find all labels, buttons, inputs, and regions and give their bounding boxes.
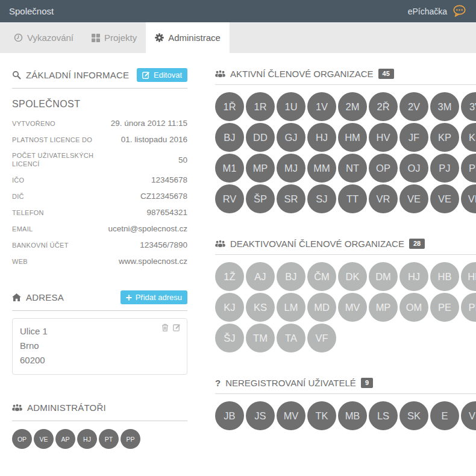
member-avatar[interactable]: MV	[277, 401, 305, 430]
member-avatar[interactable]: KS	[246, 293, 275, 322]
address-title: ADRESA	[26, 292, 64, 302]
member-avatar[interactable]: 2M	[338, 92, 367, 121]
avatar-row: M1MPMJMMNTOPOJPJPK	[215, 154, 476, 183]
member-avatar[interactable]: DK	[338, 262, 367, 291]
administrators-title-wrap: ADMINISTRÁTOŘI	[12, 402, 106, 413]
member-avatar[interactable]: 1V	[307, 92, 336, 121]
member-avatar[interactable]: 1Ř	[215, 92, 244, 121]
admin-avatar[interactable]: PT	[99, 429, 119, 449]
member-avatar[interactable]: DM	[369, 262, 398, 291]
member-avatar[interactable]: JB	[215, 401, 244, 430]
member-avatar[interactable]: VB	[461, 401, 476, 430]
member-avatar[interactable]: MM	[307, 154, 336, 183]
member-avatar[interactable]: ŠP	[246, 184, 275, 213]
member-avatar[interactable]: 2Ř	[369, 92, 398, 121]
member-avatar[interactable]: HJ	[399, 262, 428, 291]
member-avatar[interactable]: LS	[369, 401, 398, 430]
member-avatar[interactable]: 3V	[461, 92, 476, 121]
gear-icon	[155, 33, 164, 42]
delete-address-icon[interactable]	[161, 324, 169, 331]
member-avatar[interactable]: PR	[461, 293, 476, 322]
member-avatar[interactable]: JS	[246, 401, 275, 430]
member-avatar[interactable]: GJ	[277, 123, 305, 152]
member-avatar[interactable]: VF	[307, 324, 336, 352]
member-avatar[interactable]: KS	[461, 123, 476, 152]
member-avatar[interactable]: LM	[277, 293, 305, 322]
count-badge: 9	[361, 378, 373, 388]
member-avatar[interactable]: HM	[338, 123, 367, 152]
member-avatar[interactable]: PJ	[430, 154, 459, 183]
tab-bar: VykazováníProjektyAdministrace	[0, 22, 476, 53]
member-avatar[interactable]: HB	[430, 262, 459, 291]
member-avatar[interactable]: OM	[399, 293, 428, 322]
member-avatar[interactable]: BJ	[215, 123, 244, 152]
member-avatar[interactable]: HM	[461, 262, 476, 291]
member-avatar[interactable]: BJ	[277, 262, 305, 291]
member-avatar[interactable]: AJ	[246, 262, 275, 291]
member-avatar[interactable]: PE	[430, 293, 459, 322]
add-address-button[interactable]: Přidat adresu	[121, 290, 187, 304]
member-avatar[interactable]: MV	[338, 293, 367, 322]
member-avatar[interactable]: HV	[369, 123, 398, 152]
member-avatar[interactable]: VE	[430, 184, 459, 213]
member-avatar[interactable]: E	[430, 401, 459, 430]
member-avatar[interactable]: TK	[307, 401, 336, 430]
member-avatar[interactable]: MP	[369, 293, 398, 322]
member-avatar[interactable]: SJ	[307, 184, 336, 213]
divider	[215, 254, 476, 255]
member-avatar[interactable]: 1R	[246, 92, 275, 121]
users-icon	[12, 404, 22, 412]
member-avatar[interactable]: PK	[461, 154, 476, 183]
member-avatar[interactable]: RV	[215, 184, 244, 213]
tab-administrace[interactable]: Administrace	[146, 22, 230, 53]
member-avatar[interactable]: NT	[338, 154, 367, 183]
member-avatar[interactable]: KJ	[215, 293, 244, 322]
admin-avatar[interactable]: OP	[12, 429, 32, 449]
info-row: DIČCZ12345678	[12, 188, 187, 204]
admin-avatar[interactable]: HJ	[77, 429, 97, 449]
edit-address-icon[interactable]	[173, 324, 181, 331]
tab-vykazování[interactable]: Vykazování	[5, 22, 83, 53]
member-avatar[interactable]: 3M	[430, 92, 459, 121]
member-avatar[interactable]: TM	[246, 324, 275, 352]
admin-avatar[interactable]: PP	[121, 429, 140, 449]
member-avatar[interactable]: VM	[461, 184, 476, 213]
tab-projekty[interactable]: Projekty	[83, 22, 146, 53]
member-avatar[interactable]: JF	[399, 123, 428, 152]
chat-bubble-icon[interactable]	[453, 5, 467, 17]
info-rows: VYTVOŘENO29. února 2012 11:15PLATNOST LI…	[12, 115, 187, 269]
member-avatar[interactable]: ČM	[307, 262, 336, 291]
member-avatar[interactable]: M1	[215, 154, 244, 183]
member-avatar[interactable]: ŠJ	[215, 324, 244, 352]
address-title-wrap: ADRESA	[12, 292, 64, 302]
member-avatar[interactable]: TT	[338, 184, 367, 213]
member-avatar[interactable]: MD	[307, 293, 336, 322]
tab-label: Administrace	[168, 33, 221, 43]
divider	[215, 84, 476, 85]
admin-avatar[interactable]: AP	[55, 429, 75, 449]
admin-avatar[interactable]: VE	[34, 429, 54, 449]
member-avatar[interactable]: HJ	[307, 123, 336, 152]
member-avatar[interactable]: VE	[399, 184, 428, 213]
member-avatar[interactable]: SK	[399, 401, 428, 430]
member-avatar[interactable]: 1U	[277, 92, 305, 121]
member-avatar[interactable]: SR	[277, 184, 305, 213]
member-avatar[interactable]: OP	[369, 154, 398, 183]
member-avatar[interactable]: KP	[430, 123, 459, 152]
member-avatar[interactable]: VR	[369, 184, 398, 213]
info-row: VYTVOŘENO29. února 2012 11:15	[12, 115, 187, 131]
divider	[12, 88, 187, 89]
avatar-row: BJDDGJHJHMHVJFKPKS	[215, 123, 476, 152]
member-avatar[interactable]: OJ	[399, 154, 428, 183]
right-column: AKTIVNÍ ČLENOVÉ ORGANIZACE451Ř1R1U1V2M2Ř…	[215, 67, 476, 449]
member-avatar[interactable]: MB	[338, 401, 367, 430]
member-avatar[interactable]: 1Ž	[215, 262, 244, 291]
member-avatar[interactable]: TA	[277, 324, 305, 352]
count-badge: 45	[378, 69, 394, 79]
member-avatar[interactable]: MP	[246, 154, 275, 183]
edit-button[interactable]: Editovat	[137, 68, 187, 82]
app-header: Společnost ePíchačka	[0, 0, 476, 22]
member-avatar[interactable]: MJ	[277, 154, 305, 183]
member-avatar[interactable]: 2V	[399, 92, 428, 121]
member-avatar[interactable]: DD	[246, 123, 275, 152]
